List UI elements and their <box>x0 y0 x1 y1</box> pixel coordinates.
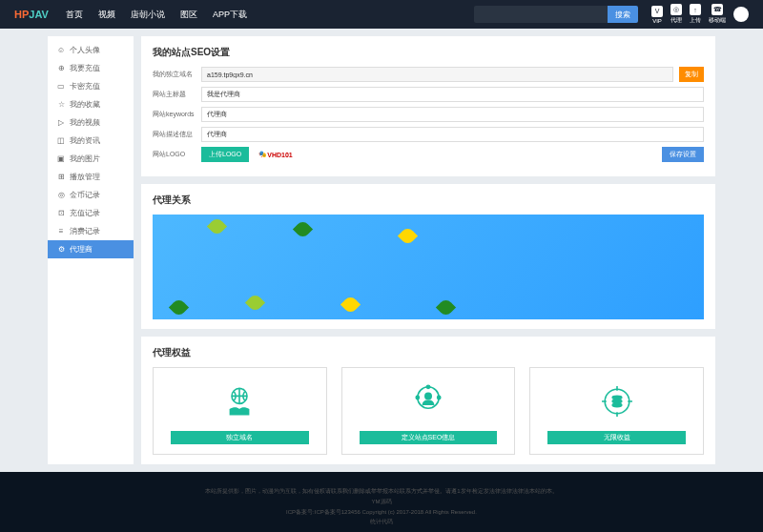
gear-icon: ⚙ <box>57 246 65 254</box>
svg-point-8 <box>612 399 622 402</box>
upload-logo-button[interactable]: 上传LOGO <box>201 147 249 162</box>
logo-label: 网站LOGO <box>153 150 196 159</box>
sidebar-item-spend-log[interactable]: ≡消费记录 <box>48 222 134 240</box>
save-button[interactable]: 保存设置 <box>662 147 704 162</box>
plus-icon: ⊕ <box>57 65 65 72</box>
top-bar: HPJAV 首页 视频 唐朝小说 图区 APP下载 搜索 VVIP ◎代理 ↑上… <box>0 0 763 29</box>
nav-app[interactable]: APP下载 <box>207 9 253 21</box>
sidebar: ☺个人头像 ⊕我要充值 ▭卡密充值 ☆我的收藏 ▷我的视频 ◫我的资讯 ▣我的图… <box>48 36 134 464</box>
mobile-icon[interactable]: ☎移动端 <box>709 4 726 25</box>
avatar[interactable] <box>733 7 749 22</box>
play-icon: ▷ <box>57 119 65 127</box>
svg-point-5 <box>426 385 429 388</box>
svg-point-2 <box>425 393 431 399</box>
relation-title: 代理关系 <box>153 194 704 207</box>
keywords-input[interactable] <box>201 107 704 122</box>
nav-image[interactable]: 图区 <box>175 9 203 21</box>
globe-hand-icon <box>216 378 263 425</box>
keywords-label: 网站keywords <box>153 110 196 119</box>
svg-point-7 <box>612 396 622 399</box>
target-coins-icon <box>593 378 641 425</box>
footer-stats: 统计代码 <box>14 517 749 527</box>
benefits-title: 代理权益 <box>153 346 704 359</box>
vip-icon[interactable]: VVIP <box>651 6 663 24</box>
relation-banner <box>153 215 704 319</box>
nav-novel[interactable]: 唐朝小说 <box>125 9 171 21</box>
nav-video[interactable]: 视频 <box>93 9 121 21</box>
seo-panel-title: 我的站点SEO设置 <box>153 46 704 59</box>
benefit-income-button[interactable]: 无限收益 <box>547 431 686 444</box>
user-icon: ☺ <box>57 47 65 54</box>
logo-preview: 🎭 VHD101 <box>258 147 292 162</box>
svg-point-4 <box>438 396 441 399</box>
list-icon: ≡ <box>57 228 65 235</box>
benefit-seo-button[interactable]: 定义站点SEO信息 <box>360 431 498 444</box>
title-input[interactable] <box>201 87 704 102</box>
footer: 本站所提供影，图片，动漫均为互联，如有侵权请联系我们删除或举举报本站联系方式并举… <box>0 472 763 532</box>
image-icon: ▣ <box>57 155 65 163</box>
search-input[interactable] <box>474 6 608 23</box>
sidebar-item-coins[interactable]: ◎金币记录 <box>48 186 134 204</box>
svg-point-9 <box>612 403 622 406</box>
sidebar-item-playmgmt[interactable]: ⊞播放管理 <box>48 168 134 186</box>
benefit-domain-button[interactable]: 独立域名 <box>171 431 309 444</box>
desc-label: 网站描述信息 <box>153 130 196 139</box>
copy-button[interactable]: 复制 <box>679 67 704 82</box>
nav-home[interactable]: 首页 <box>60 9 89 21</box>
top-icons: VVIP ◎代理 ↑上传 ☎移动端 <box>651 4 749 25</box>
domain-input <box>201 67 673 82</box>
agent-icon[interactable]: ◎代理 <box>670 4 682 25</box>
sidebar-item-favorites[interactable]: ☆我的收藏 <box>48 95 134 113</box>
sidebar-item-videos[interactable]: ▷我的视频 <box>48 113 134 132</box>
sidebar-item-agent[interactable]: ⚙代理商 <box>48 240 134 258</box>
upload-icon[interactable]: ↑上传 <box>690 4 701 25</box>
svg-point-3 <box>416 396 419 399</box>
benefits-panel: 代理权益 独立域名 定义站点SEO信息 <box>141 337 715 464</box>
relation-panel: 代理关系 <box>141 184 715 329</box>
seo-panel: 我的站点SEO设置 我的独立域名 复制 网站主标题 网站keywords 网站描… <box>141 36 715 176</box>
sidebar-item-recharge[interactable]: ⊕我要充值 <box>48 59 134 77</box>
star-icon: ☆ <box>57 101 65 109</box>
footer-brand: YM源码 <box>14 497 749 507</box>
grid-icon: ⊞ <box>57 174 65 181</box>
sidebar-item-images[interactable]: ▣我的图片 <box>48 150 134 168</box>
benefit-domain: 独立域名 <box>153 367 327 455</box>
log-icon: ⊡ <box>57 210 65 217</box>
desc-input[interactable] <box>201 127 704 142</box>
title-label: 网站主标题 <box>153 90 196 99</box>
news-icon: ◫ <box>57 137 65 145</box>
sidebar-item-news[interactable]: ◫我的资讯 <box>48 132 134 150</box>
domain-label: 我的独立域名 <box>153 70 196 79</box>
card-icon: ▭ <box>57 83 65 91</box>
coin-icon: ◎ <box>57 192 65 199</box>
search-wrap: 搜索 <box>474 6 638 23</box>
sidebar-item-profile[interactable]: ☺个人头像 <box>48 41 134 59</box>
footer-disclaimer: 本站所提供影，图片，动漫均为互联，如有侵权请联系我们删除或举举报本站联系方式并举… <box>14 486 749 497</box>
benefit-seo: 定义站点SEO信息 <box>341 367 516 455</box>
footer-copyright: ICP备案号:ICP备案号123456 Copyright (c) 2017-2… <box>14 507 749 518</box>
sidebar-item-recharge-log[interactable]: ⊡充值记录 <box>48 204 134 222</box>
logo[interactable]: HPJAV <box>14 9 49 20</box>
network-user-icon <box>404 378 452 425</box>
search-button[interactable]: 搜索 <box>608 6 638 23</box>
benefit-income: 无限收益 <box>529 367 704 455</box>
sidebar-item-card[interactable]: ▭卡密充值 <box>48 77 134 95</box>
